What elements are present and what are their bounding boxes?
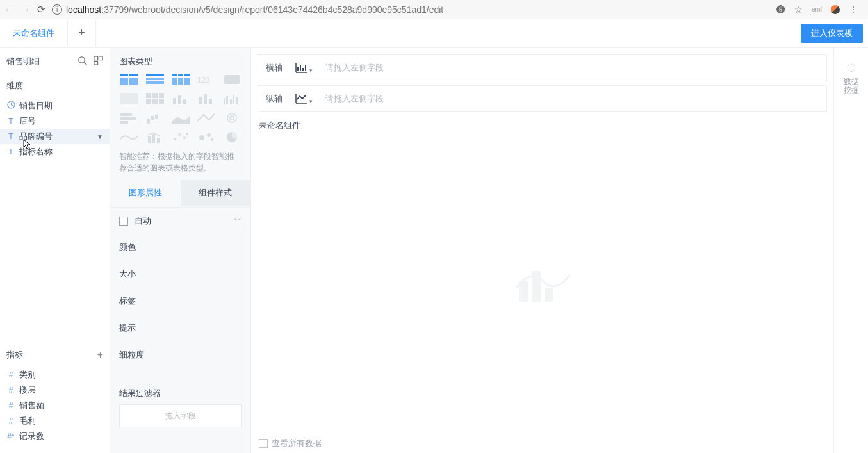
forward-icon[interactable]: → <box>20 4 31 15</box>
chevron-down-icon[interactable]: ▼ <box>97 133 103 140</box>
chart-table1[interactable] <box>119 72 140 86</box>
svg-rect-25 <box>146 99 151 104</box>
data-sidebar: 销售明细 维度 销售日期 T 店号 <box>0 48 110 453</box>
text-type-icon: T <box>6 132 15 141</box>
translate-icon[interactable]: 🅖 <box>776 4 785 15</box>
layout-icon[interactable] <box>94 56 103 67</box>
bookmark-icon[interactable]: ☆ <box>794 4 803 15</box>
chart-line[interactable] <box>119 130 140 144</box>
data-mining-label: 数据 挖掘 <box>844 77 859 95</box>
show-all-data-check[interactable]: 查看所有数据 <box>258 434 827 453</box>
measures-list: #类别 #楼层 #销售额 #毛利 #*记录数 <box>0 366 110 453</box>
tab-component[interactable]: 未命名组件 <box>0 19 68 47</box>
tab-graph-props[interactable]: 图形属性 <box>110 180 181 206</box>
svg-point-56 <box>211 138 213 141</box>
number-type-icon: # <box>6 386 15 395</box>
address-bar[interactable]: i localhost:37799/webroot/decision/v5/de… <box>52 4 770 15</box>
prop-label: 标签 <box>119 295 136 307</box>
svg-rect-48 <box>152 134 155 143</box>
calc-number-type-icon: #* <box>6 432 15 441</box>
chrome-menu-icon[interactable]: ⋮ <box>849 4 858 15</box>
chart-stacked-bar[interactable] <box>170 92 191 106</box>
chart-scatter[interactable] <box>170 130 191 144</box>
chart-kpi[interactable]: 123 <box>196 72 217 86</box>
field-label: 店号 <box>19 115 36 127</box>
show-all-label: 查看所有数据 <box>272 438 322 449</box>
chart-table3[interactable] <box>170 72 191 86</box>
chart-pivot[interactable] <box>119 92 140 106</box>
component-name[interactable]: 未命名组件 <box>258 116 827 135</box>
tab-label: 未命名组件 <box>13 28 54 39</box>
chart-bubble[interactable] <box>196 130 217 144</box>
svg-rect-32 <box>204 94 207 104</box>
number-type-icon: # <box>6 416 15 425</box>
prop-size[interactable]: 大小 <box>110 261 250 288</box>
chart-radar[interactable] <box>222 111 242 125</box>
prop-color[interactable]: 颜色 <box>110 234 250 261</box>
chart-combo[interactable] <box>145 130 165 144</box>
prop-granularity[interactable]: 细粒度 <box>110 342 250 368</box>
svg-rect-21 <box>120 93 138 104</box>
chart-grouped-bar[interactable] <box>222 92 242 106</box>
add-tab-button[interactable]: + <box>68 19 96 47</box>
svg-rect-10 <box>146 74 164 76</box>
dimensions-header: 维度 <box>0 75 110 97</box>
chart-line-smooth[interactable] <box>196 111 217 125</box>
chart-type-title: 图表类型 <box>110 48 250 72</box>
chart-gauge[interactable] <box>222 72 242 86</box>
ext-label: eml <box>812 6 822 13</box>
field-measure-name[interactable]: T 指标名称 <box>0 144 110 160</box>
config-tabs: 图形属性 组件样式 <box>110 180 250 206</box>
field-date[interactable]: 销售日期 <box>0 98 110 113</box>
result-filter-dropzone[interactable]: 拖入字段 <box>119 404 242 427</box>
svg-rect-24 <box>159 93 164 98</box>
svg-point-51 <box>178 133 181 136</box>
chart-area[interactable] <box>170 111 191 125</box>
field-profit[interactable]: #毛利 <box>0 413 110 429</box>
site-info-icon[interactable]: i <box>52 4 62 15</box>
field-brand[interactable]: T 品牌编号 ▼ <box>0 129 110 144</box>
svg-rect-36 <box>230 99 232 104</box>
canvas-side-panel[interactable]: ◌ 数据 挖掘 <box>833 48 868 453</box>
field-sales[interactable]: #销售额 <box>0 398 110 413</box>
field-label: 记录数 <box>19 431 44 442</box>
chart-heatmap[interactable] <box>145 92 165 106</box>
field-label: 指标名称 <box>19 146 53 158</box>
field-store[interactable]: T 店号 <box>0 113 110 129</box>
data-mining-icon: ◌ <box>847 61 856 73</box>
shape-auto-row[interactable]: 自动 ﹀ <box>110 207 250 234</box>
text-type-icon: T <box>6 147 15 156</box>
svg-rect-26 <box>152 99 158 104</box>
extension-icon[interactable] <box>831 5 840 14</box>
field-label: 类别 <box>19 369 36 381</box>
x-axis-row[interactable]: 横轴 ▾ 请拖入左侧字段 <box>258 54 827 81</box>
add-measure-icon[interactable]: + <box>97 349 103 361</box>
chart-waterfall[interactable] <box>145 111 165 125</box>
prop-label: 大小 <box>119 268 136 280</box>
back-icon[interactable]: ← <box>4 4 14 15</box>
y-axis-row[interactable]: 纵轴 ▾ 请拖入左侧字段 <box>258 85 827 112</box>
field-count[interactable]: #*记录数 <box>0 429 110 444</box>
svg-rect-8 <box>120 78 128 85</box>
chart-hbar[interactable] <box>119 111 140 125</box>
y-axis-icon[interactable]: ▾ <box>294 92 313 105</box>
field-floor[interactable]: #楼层 <box>0 383 110 398</box>
x-axis-icon[interactable]: ▾ <box>294 62 313 74</box>
chart-table2[interactable] <box>145 72 165 86</box>
field-category[interactable]: #类别 <box>0 367 110 383</box>
prop-tooltip[interactable]: 提示 <box>110 315 250 342</box>
svg-rect-3 <box>99 56 102 60</box>
tab-component-style[interactable]: 组件样式 <box>181 180 251 206</box>
chevron-down-icon[interactable]: ﹀ <box>234 215 242 226</box>
chart-bar[interactable] <box>196 92 217 106</box>
search-icon[interactable] <box>78 56 87 67</box>
svg-rect-44 <box>155 115 158 119</box>
shape-square-icon <box>119 217 128 226</box>
prop-label[interactable]: 标签 <box>110 288 250 315</box>
chart-pie[interactable] <box>222 130 242 144</box>
svg-rect-42 <box>147 119 150 124</box>
enter-dashboard-button[interactable]: 进入仪表板 <box>801 24 863 43</box>
text-type-icon: T <box>6 117 15 126</box>
reload-icon[interactable]: ⟳ <box>37 4 45 15</box>
svg-rect-34 <box>224 98 225 104</box>
